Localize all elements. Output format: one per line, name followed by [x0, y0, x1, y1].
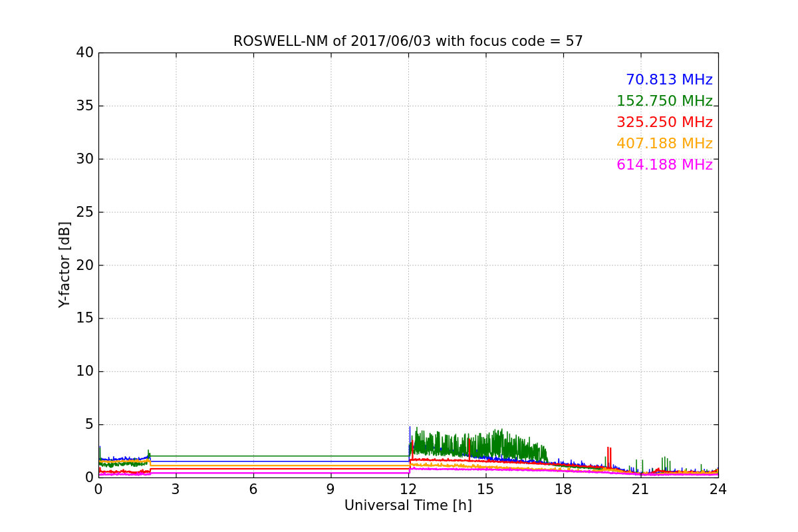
legend-item: 70.813 MHz — [616, 69, 713, 90]
x-tick-label: 15 — [459, 481, 512, 497]
y-tick-label: 20 — [55, 257, 94, 274]
y-tick-label: 15 — [55, 309, 94, 327]
x-tick-label: 24 — [692, 481, 745, 497]
x-tick-label: 9 — [304, 481, 357, 497]
legend-item: 407.188 MHz — [616, 133, 713, 154]
x-axis-label: Universal Time [h] — [98, 497, 718, 513]
legend-item: 152.750 MHz — [616, 90, 713, 112]
y-tick-label: 30 — [55, 150, 94, 168]
x-tick-label: 3 — [149, 481, 202, 497]
chart-title: ROSWELL-NM of 2017/06/03 with focus code… — [98, 33, 718, 49]
y-tick-label: 40 — [55, 44, 94, 61]
legend-item: 325.250 MHz — [616, 112, 713, 133]
x-tick-label: 6 — [227, 481, 280, 497]
legend-item: 614.188 MHz — [616, 154, 713, 176]
y-tick-label: 5 — [55, 416, 94, 433]
y-tick-label: 10 — [55, 362, 94, 380]
y-tick-label: 35 — [55, 97, 94, 114]
y-tick-label: 25 — [55, 203, 94, 221]
chart-figure: ROSWELL-NM of 2017/06/03 with focus code… — [0, 0, 798, 532]
y-tick-label: 0 — [55, 469, 94, 486]
x-tick-label: 18 — [537, 481, 590, 497]
x-tick-label: 21 — [614, 481, 667, 497]
legend: 70.813 MHz 152.750 MHz 325.250 MHz 407.1… — [616, 69, 713, 176]
x-tick-label: 12 — [382, 481, 435, 497]
